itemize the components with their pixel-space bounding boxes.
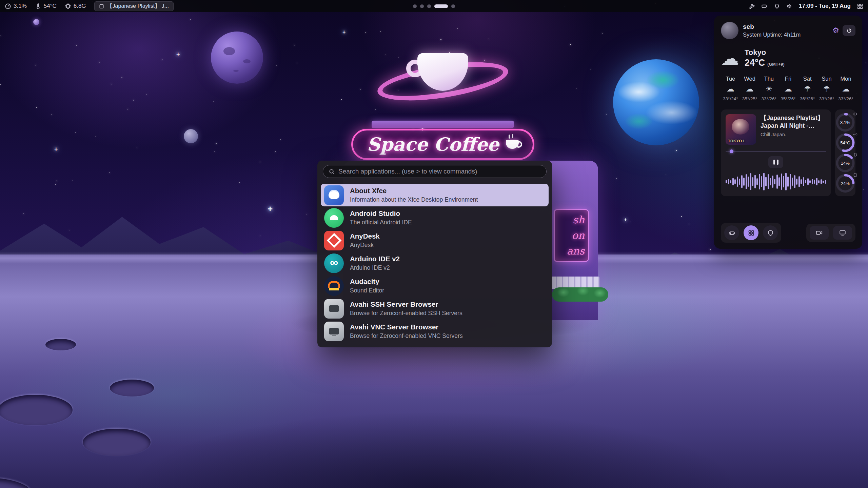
forecast-day: Thu 33°/26°: [759, 76, 778, 101]
android-studio-icon: [324, 208, 344, 228]
cpu-stat[interactable]: 3.1%: [5, 3, 27, 9]
memory-stat[interactable]: 6.8G: [65, 3, 86, 9]
play-pause-button[interactable]: [768, 156, 783, 168]
display-icon: [839, 229, 846, 237]
app-subtitle: Browse for Zeroconf-enabled VNC Servers: [350, 332, 463, 340]
control-center-panel: seb System Uptime: 4h11m ⚙ ☁ Tokyo 24°C …: [714, 16, 862, 249]
workspace-dot[interactable]: [420, 4, 424, 8]
forecast-day: Mon 33°/26°: [836, 76, 855, 101]
settings-button[interactable]: ⚙: [832, 27, 839, 34]
clock[interactable]: 17:09 - Tue, 19 Aug: [799, 3, 851, 9]
disk-gauge-value: 24%: [835, 173, 855, 194]
cpu-icon: [853, 111, 857, 116]
weather-current: ☁ Tokyo 24°C (GMT+9): [721, 48, 855, 68]
active-window-button[interactable]: 【Japanese Playlist】 J...: [94, 1, 174, 11]
shop-hedge: [552, 287, 608, 302]
system-gauges: 3.1% 54°C 14% 24%: [835, 109, 856, 196]
app-item-android-studio[interactable]: Android Studio The official Android IDE: [321, 206, 549, 229]
weather-forecast: Tue 33°/24° Wed 35°/25° Thu 33°/26° Fri …: [721, 76, 855, 101]
forecast-weather-icon: [817, 85, 836, 94]
app-grid-icon[interactable]: [857, 3, 863, 9]
workspace-dot-active[interactable]: [434, 4, 448, 8]
album-art-label: TOKYO L: [728, 139, 746, 143]
apps-button[interactable]: [744, 225, 758, 240]
app-title: Avahi VNC Server Browser: [350, 323, 463, 331]
app-launcher: About Xfce Information about the Xfce De…: [317, 161, 552, 347]
window-icon: [99, 4, 104, 9]
workspace-dot[interactable]: [427, 4, 431, 8]
search-input[interactable]: [338, 168, 541, 175]
xfce-app-icon: [324, 185, 344, 205]
weather-city: Tokyo: [745, 48, 785, 57]
apps-grid-icon: [748, 229, 755, 237]
power-button[interactable]: [843, 25, 855, 36]
audacity-icon: [324, 276, 344, 296]
app-subtitle: Arduino IDE v2: [350, 264, 400, 271]
disk-icon: [853, 172, 857, 177]
app-item-avahi-ssh[interactable]: Avahi SSH Server Browser Browse for Zero…: [321, 297, 549, 320]
app-title: About Xfce: [350, 187, 478, 195]
app-item-about-xfce[interactable]: About Xfce Information about the Xfce De…: [321, 184, 549, 206]
gamepad-icon: [728, 229, 735, 237]
avatar[interactable]: [721, 22, 738, 39]
forecast-weather-icon: [759, 85, 778, 94]
app-title: Arduino IDE v2: [350, 255, 400, 263]
app-subtitle: Browse for Zeroconf-enabled SSH Servers: [350, 310, 462, 317]
workspace-dot[interactable]: [413, 4, 417, 8]
app-subtitle: AnyDesk: [350, 242, 380, 249]
cpu-value: 3.1%: [14, 3, 27, 9]
progress-thumb[interactable]: [730, 149, 733, 153]
gear-icon: ⚙: [832, 26, 839, 35]
forecast-weather-icon: [740, 85, 760, 94]
system-uptime: System Uptime: 4h11m: [743, 32, 801, 38]
search-icon: [329, 168, 335, 175]
avahi-vnc-icon: [324, 322, 344, 341]
active-window-title: 【Japanese Playlist】 J...: [107, 3, 169, 10]
forecast-day: Sat 36°/26°: [798, 76, 817, 101]
weather-temperature: 24°C: [745, 58, 765, 68]
workspace-indicator: [413, 0, 455, 12]
shop-fence: [551, 277, 599, 289]
app-item-anydesk[interactable]: AnyDesk AnyDesk: [321, 229, 549, 252]
temperature-gauge-value: 54°C: [835, 133, 855, 153]
app-item-avahi-vnc[interactable]: Avahi VNC Server Browser Browse for Zero…: [321, 320, 549, 343]
media-player-card: TOKYO L 【Japanese Playlist】 Japan All Ni…: [721, 109, 831, 196]
temp-value: 54°C: [44, 3, 57, 9]
speaker-icon[interactable]: [786, 3, 793, 9]
wrench-icon[interactable]: [749, 3, 755, 9]
user-card: seb System Uptime: 4h11m ⚙: [721, 22, 855, 39]
cpu-gauge-value: 3.1%: [835, 112, 855, 133]
waveform: [726, 172, 826, 191]
anydesk-icon: [324, 231, 344, 250]
sign-roof: [372, 121, 514, 128]
gamepad-button[interactable]: [724, 225, 739, 240]
avahi-ssh-icon: [324, 299, 344, 319]
memory-chip-icon: [65, 3, 71, 9]
app-item-audacity[interactable]: Audacity Sound Editor: [321, 274, 549, 297]
forecast-day: Fri 35°/26°: [778, 76, 798, 101]
battery-icon[interactable]: [761, 3, 768, 9]
launcher-search[interactable]: [323, 165, 547, 178]
app-item-arduino[interactable]: Arduino IDE v2 Arduino IDE v2: [321, 252, 549, 274]
display-button[interactable]: [833, 226, 852, 240]
memory-icon: [853, 152, 857, 157]
app-list: About Xfce Information about the Xfce De…: [317, 184, 552, 343]
window-neon-text: sh: [558, 212, 585, 228]
weather-timezone: (GMT+9): [767, 62, 784, 67]
disk-gauge: 24%: [835, 173, 855, 194]
forecast-weather-icon: [836, 85, 855, 94]
window-neon-text: ans: [558, 243, 585, 259]
screen-record-button[interactable]: [810, 226, 829, 240]
temp-stat[interactable]: 54°C: [35, 3, 57, 9]
shield-button[interactable]: [763, 225, 778, 240]
cpu-gauge-icon: [5, 3, 11, 9]
media-progress-slider[interactable]: [726, 149, 826, 153]
app-subtitle: Sound Editor: [350, 287, 384, 294]
temperature-gauge: 54°C: [835, 133, 855, 153]
shop-window: sh on ans: [554, 209, 589, 262]
app-subtitle: The official Android IDE: [350, 219, 412, 226]
bell-icon[interactable]: [774, 3, 780, 9]
album-art[interactable]: TOKYO L: [726, 114, 756, 145]
workspace-dot[interactable]: [451, 4, 455, 8]
forecast-day: Tue 33°/24°: [721, 76, 740, 101]
